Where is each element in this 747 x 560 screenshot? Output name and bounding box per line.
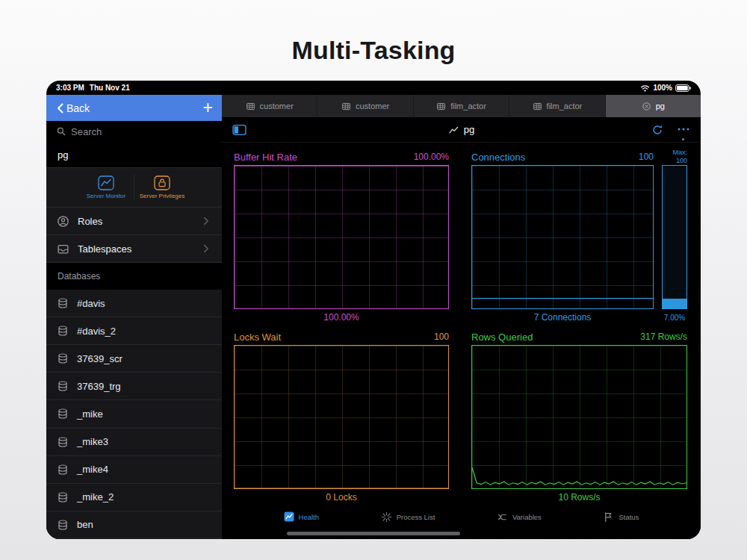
- database-name: #davis: [77, 298, 105, 309]
- database-row[interactable]: _mike4: [46, 456, 222, 484]
- chart-series: [472, 166, 653, 308]
- chart-current-value: 7 Connections: [471, 309, 654, 326]
- database-row[interactable]: _mike: [46, 400, 222, 428]
- chart-plot-area: [234, 165, 449, 309]
- chart-plot-area: [471, 165, 654, 309]
- page-indicator-dot: [682, 138, 684, 140]
- battery-icon: [675, 84, 691, 92]
- database-list: #davis #davis_2 37639_scr 37639_trg _mik…: [46, 290, 222, 539]
- toolbar-title-group: pg: [448, 124, 474, 135]
- database-icon: [57, 491, 69, 503]
- database-row[interactable]: ben: [46, 511, 222, 539]
- tab-health-label: Health: [299, 513, 319, 521]
- database-icon: [57, 519, 69, 531]
- gauge-value-label: 7.00%: [662, 309, 687, 326]
- database-name: #davis_2: [77, 326, 116, 337]
- tab-variables[interactable]: Variables: [497, 511, 542, 523]
- table-icon: [533, 102, 542, 111]
- database-row[interactable]: _mike_2: [46, 484, 222, 511]
- refresh-icon[interactable]: [651, 124, 663, 136]
- tab-customer-2[interactable]: customer: [317, 95, 413, 117]
- database-name: ben: [77, 519, 93, 530]
- chart-panel-buffer-hit-rate: Buffer Hit Rate 100.00% 100.00%: [234, 149, 449, 326]
- search-bar: [46, 121, 222, 142]
- database-name: _mike_2: [77, 491, 114, 503]
- tab-variables-label: Variables: [512, 513, 542, 521]
- server-tools-row: Server Monitor Server Privileges: [46, 167, 222, 208]
- tab-label: customer: [356, 102, 389, 111]
- sidebar-header: Back +: [46, 95, 222, 121]
- tab-health[interactable]: Health: [284, 511, 319, 522]
- server-monitor-label: Server Monitor: [87, 193, 125, 199]
- server-privileges-lock-icon: [154, 175, 170, 190]
- chart-panel-connections: Connections 100 Max: 100 7 Connections 7…: [471, 149, 687, 326]
- status-time: 3:03 PM: [56, 84, 84, 92]
- chart-title: Buffer Hit Rate: [234, 152, 297, 163]
- tab-status-label: Status: [619, 513, 639, 521]
- more-icon[interactable]: [677, 125, 690, 135]
- tab-pg[interactable]: pg: [606, 95, 701, 117]
- home-indicator[interactable]: [287, 532, 460, 535]
- database-icon: [57, 408, 69, 420]
- database-icon: [57, 352, 69, 364]
- tab-label: customer: [260, 102, 294, 111]
- variables-icon: [497, 511, 508, 523]
- chart-scale-label: 317 Rows/s: [640, 332, 687, 342]
- search-icon: [56, 126, 66, 137]
- tab-label: film_actor: [547, 102, 583, 111]
- page-title: Multi-Tasking: [0, 36, 747, 65]
- monitor-mode-bar: Health Process List Variables Status: [222, 505, 701, 528]
- tab-film-actor-1[interactable]: film_actor: [414, 95, 509, 117]
- chart-line-icon: [448, 125, 459, 135]
- table-icon: [436, 102, 446, 111]
- database-row[interactable]: 37639_trg: [46, 373, 222, 400]
- database-icon: [57, 297, 69, 309]
- chart-title: Locks Wait: [234, 332, 281, 343]
- chart-title: Connections: [471, 152, 525, 163]
- back-button[interactable]: Back: [55, 102, 90, 114]
- search-input[interactable]: [71, 126, 212, 137]
- chart-scale-label: 100: [434, 332, 449, 342]
- tab-process-list[interactable]: Process List: [381, 511, 436, 523]
- database-name: _mike3: [77, 436, 108, 447]
- server-privileges-button[interactable]: Server Privileges: [134, 175, 190, 199]
- chart-plot-area: [234, 345, 449, 489]
- tab-label: pg: [656, 102, 665, 111]
- database-row[interactable]: 37639_scr: [46, 345, 222, 373]
- database-row[interactable]: _mike3: [46, 429, 222, 456]
- tab-label: film_actor: [450, 102, 486, 111]
- chart-current-value: 0 Locks: [234, 489, 449, 505]
- database-icon: [57, 325, 69, 337]
- sidebar-item-roles[interactable]: Roles: [46, 208, 222, 235]
- databases-section-header: Databases: [46, 263, 222, 290]
- chart-scale-label: 100: [639, 152, 654, 162]
- tab-customer-1[interactable]: customer: [222, 95, 317, 117]
- database-row[interactable]: #davis: [46, 290, 222, 317]
- database-name: _mike: [77, 408, 103, 420]
- tablespaces-label: Tablespaces: [78, 243, 131, 255]
- connection-name[interactable]: pg: [46, 142, 222, 167]
- main-area: customer customer film_actor film_actor …: [222, 95, 701, 539]
- add-button[interactable]: +: [203, 99, 213, 116]
- database-name: _mike4: [77, 464, 108, 475]
- database-row[interactable]: #davis_2: [46, 317, 222, 345]
- process-list-icon: [381, 511, 392, 523]
- tab-status[interactable]: Status: [603, 511, 639, 523]
- back-label: Back: [66, 102, 90, 114]
- table-icon: [246, 102, 255, 111]
- chart-current-value: 100.00%: [234, 309, 449, 326]
- server-monitor-icon: [98, 175, 114, 190]
- sidebar-toggle-icon[interactable]: [232, 124, 247, 136]
- server-monitor-button[interactable]: Server Monitor: [78, 175, 134, 199]
- sidebar-item-tablespaces[interactable]: Tablespaces: [46, 235, 222, 263]
- ipad-frame: 3:03 PM Thu Nov 21 100% Back + pg: [46, 81, 701, 539]
- tray-icon: [57, 243, 69, 255]
- database-icon: [57, 464, 69, 476]
- battery-percent: 100%: [653, 84, 672, 92]
- chart-series: [235, 166, 448, 308]
- database-name: 37639_trg: [77, 381, 121, 392]
- tab-film-actor-2[interactable]: film_actor: [509, 95, 605, 117]
- chart-panel-locks-wait: Locks Wait 100 0 Locks: [234, 329, 449, 505]
- server-privileges-label: Server Privileges: [140, 193, 185, 199]
- close-tab-icon[interactable]: [642, 102, 651, 111]
